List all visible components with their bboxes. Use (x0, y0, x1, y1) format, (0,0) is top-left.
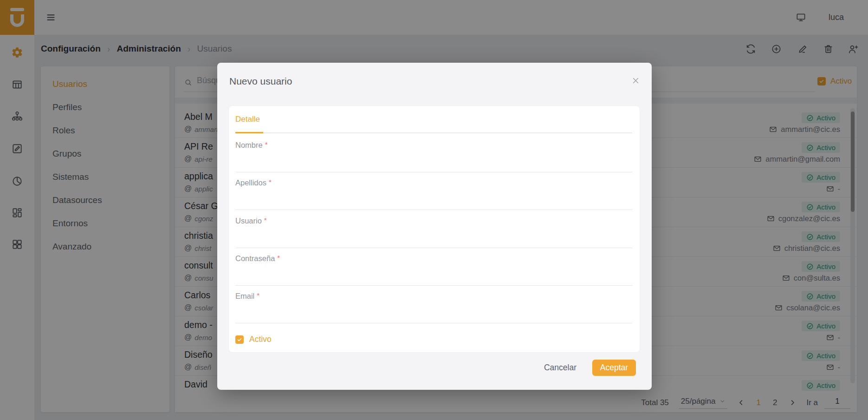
field-apellidos: Apellidos* (235, 178, 632, 214)
required-mark: * (269, 178, 272, 186)
dialog-title: Nuevo usuario (229, 76, 292, 87)
dialog-form-card: Detalle Nombre* Apellidos* Usuario* Cont… (229, 106, 640, 352)
new-user-dialog: Nuevo usuario Detalle Nombre* Apellidos*… (217, 63, 652, 390)
activo-checkbox-row[interactable]: Activo (235, 335, 272, 344)
nombre-input[interactable] (235, 172, 632, 172)
field-email: Email* (235, 291, 632, 327)
required-mark: * (257, 291, 259, 299)
field-label: Nombre* (235, 140, 268, 150)
accept-button[interactable]: Aceptar (592, 360, 636, 376)
tab-active-indicator (235, 132, 263, 133)
field-nombre: Nombre* (235, 140, 632, 176)
activo-checkbox-label: Activo (249, 335, 272, 344)
field-contrasena: Contraseña* (235, 254, 632, 289)
close-icon[interactable] (630, 75, 641, 86)
required-mark: * (264, 216, 267, 224)
required-mark: * (277, 254, 280, 262)
tab-detalle[interactable]: Detalle (235, 115, 260, 124)
dialog-footer: Cancelar Aceptar (542, 360, 636, 376)
contrasena-input[interactable] (235, 285, 632, 286)
cancel-button[interactable]: Cancelar (542, 360, 578, 375)
required-mark: * (265, 140, 268, 148)
app-window: luca Configuración › Administración › Us… (0, 0, 868, 420)
usuario-input[interactable] (235, 248, 632, 248)
field-label: Contraseña* (235, 254, 280, 263)
checkbox-checked-icon[interactable] (235, 335, 244, 344)
field-label: Apellidos* (235, 178, 272, 187)
apellidos-input[interactable] (235, 210, 632, 210)
email-input[interactable] (235, 323, 632, 323)
field-label: Usuario* (235, 216, 267, 225)
field-usuario: Usuario* (235, 216, 632, 252)
field-label: Email* (235, 291, 259, 301)
tab-divider (235, 132, 632, 133)
